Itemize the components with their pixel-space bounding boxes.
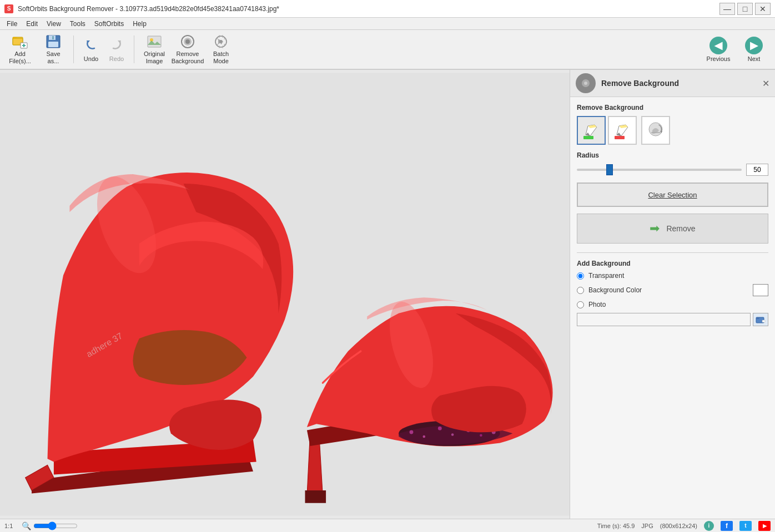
redo-button[interactable]: Redo [104, 33, 129, 66]
svg-rect-9 [48, 42, 58, 47]
erase-icon [646, 120, 666, 140]
radius-slider-thumb[interactable] [606, 164, 613, 175]
menu-help[interactable]: Help [128, 19, 151, 29]
tool-button-group [577, 116, 768, 145]
undo-button[interactable]: Undo [78, 33, 104, 66]
remove-background-icon [179, 34, 197, 49]
add-files-button[interactable]: AddFile(s)... [4, 33, 36, 66]
section-separator [577, 252, 768, 253]
remove-label: Remove [666, 224, 695, 233]
svg-point-34 [584, 82, 587, 85]
menu-tools[interactable]: Tools [66, 19, 90, 29]
zoom-controls: 🔍 [22, 521, 80, 530]
minimize-button[interactable]: — [719, 3, 735, 15]
time-label: Time (s): 45.9 [597, 523, 635, 529]
dimensions-value: (800x612x24) [660, 523, 697, 529]
title-bar: S SoftOrbits Background Remover - 3.1097… [0, 0, 775, 18]
window-title: SoftOrbits Background Remover - 3.109773… [18, 5, 279, 13]
original-image-icon [145, 34, 163, 49]
toolbox-panel: Remove Background ✕ Remove Background [570, 70, 775, 519]
remove-bg-section-title: Remove Background [577, 104, 768, 112]
svg-point-17 [185, 39, 190, 44]
menu-file[interactable]: File [2, 19, 22, 29]
redo-label: Redo [109, 55, 124, 62]
bg-color-radio[interactable] [577, 287, 584, 294]
photo-path-input[interactable] [577, 313, 751, 326]
bg-color-label[interactable]: Background Color [588, 286, 642, 294]
status-bar: 1:1 🔍 Time (s): 45.9 JPG (800x612x24) i … [0, 519, 775, 532]
svg-point-19 [219, 40, 223, 43]
transparent-label[interactable]: Transparent [588, 272, 624, 280]
toolbox-close-button[interactable]: ✕ [762, 78, 769, 89]
radius-row: 50 [577, 164, 768, 176]
photo-label[interactable]: Photo [588, 301, 606, 308]
svg-point-25 [423, 435, 426, 438]
add-files-label: AddFile(s)... [9, 50, 31, 65]
close-button[interactable]: ✕ [755, 3, 771, 15]
radius-value[interactable]: 50 [746, 164, 768, 176]
add-bg-section-title: Add Background [577, 260, 768, 267]
toolbar-separator-1 [73, 36, 74, 63]
save-as-icon [44, 34, 62, 49]
red-pencil-tool[interactable] [608, 116, 637, 145]
erase-tool[interactable] [641, 116, 670, 145]
next-icon: ▶ [745, 37, 763, 54]
svg-rect-41 [762, 320, 765, 322]
radius-slider-track [577, 169, 742, 171]
transparent-radio-row: Transparent [577, 272, 768, 280]
svg-point-27 [451, 433, 454, 436]
next-button[interactable]: ▶ Next [737, 33, 771, 66]
original-image-label: OriginalImage [144, 50, 165, 65]
canvas-area[interactable]: adhere 37 [0, 70, 570, 519]
svg-point-24 [410, 430, 414, 434]
save-as-button[interactable]: Saveas... [38, 33, 69, 66]
previous-label: Previous [707, 55, 731, 62]
info-button[interactable]: i [704, 521, 714, 531]
batch-mode-icon [212, 34, 230, 49]
svg-rect-8 [52, 36, 54, 39]
zoom-minus-icon[interactable]: 🔍 [22, 521, 31, 530]
facebook-icon[interactable]: f [721, 521, 733, 531]
previous-button[interactable]: ◀ Previous [702, 33, 735, 66]
remove-background-label: RemoveBackground [172, 50, 204, 65]
toolbox-header-icon [576, 73, 596, 93]
original-image-button[interactable]: OriginalImage [139, 33, 170, 66]
radius-section: Radius 50 [577, 151, 768, 176]
svg-point-26 [438, 427, 442, 430]
svg-rect-12 [148, 36, 161, 47]
menu-view[interactable]: View [42, 19, 66, 29]
status-right: Time (s): 45.9 JPG (800x612x24) i f t ▶ [597, 521, 771, 531]
radius-slider-container [577, 164, 742, 175]
menu-bar: File Edit View Tools SoftOrbits Help [0, 18, 775, 30]
undo-icon [83, 37, 99, 54]
undo-redo-group: Undo Redo [78, 33, 129, 66]
toolbox-header: Remove Background ✕ [570, 70, 775, 97]
batch-mode-button[interactable]: Batch Mode [205, 33, 236, 66]
menu-edit[interactable]: Edit [22, 19, 42, 29]
clear-selection-button[interactable]: Clear Selection [577, 183, 768, 207]
bg-color-swatch[interactable] [753, 284, 768, 296]
image-canvas[interactable]: adhere 37 [0, 70, 570, 519]
svg-rect-36 [615, 136, 625, 139]
remove-button[interactable]: ➡ Remove [577, 214, 768, 244]
transparent-radio[interactable] [577, 272, 584, 280]
next-label: Next [748, 55, 761, 62]
radius-label: Radius [577, 151, 768, 159]
photo-radio[interactable] [577, 301, 584, 308]
photo-browse-button[interactable] [753, 313, 768, 326]
twitter-icon[interactable]: t [739, 521, 752, 531]
nav-buttons: ◀ Previous ▶ Next [702, 33, 771, 66]
maximize-button[interactable]: □ [737, 3, 753, 15]
youtube-icon[interactable]: ▶ [758, 521, 771, 531]
remove-background-button[interactable]: RemoveBackground [172, 33, 203, 66]
menu-softorbits[interactable]: SoftOrbits [90, 19, 128, 29]
green-pencil-tool[interactable] [577, 116, 606, 145]
add-files-icon [11, 34, 29, 49]
toolbar-separator-2 [134, 36, 134, 63]
format-value: JPG [641, 523, 653, 529]
zoom-slider[interactable] [33, 523, 78, 529]
save-as-label: Saveas... [46, 50, 60, 65]
toolbar: AddFile(s)... Saveas... Undo [0, 30, 775, 70]
main-area: adhere 37 Remove Background ✕ Remove [0, 70, 775, 519]
toolbox-title-row: Remove Background [576, 73, 679, 93]
